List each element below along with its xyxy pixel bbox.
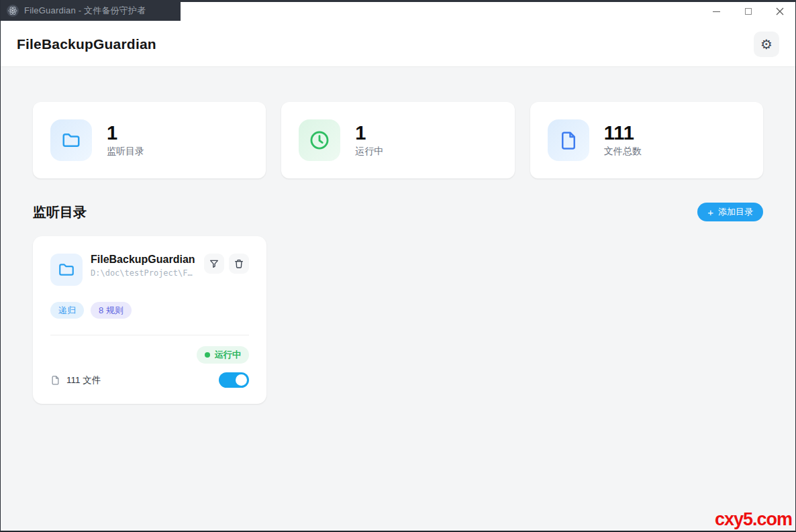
stat-text: 1 监听目录	[107, 123, 144, 157]
window-title: FileGuardian - 文件备份守护者	[24, 5, 146, 17]
stat-card-running: 1 运行中	[281, 102, 514, 178]
stat-card-watched-dirs: 1 监听目录	[33, 102, 266, 178]
stat-text: 111 文件总数	[604, 123, 642, 157]
status-row: 运行中	[50, 346, 249, 364]
file-count-label: 111 文件	[66, 374, 101, 386]
stat-value: 1	[107, 123, 144, 143]
settings-button[interactable]: ⚙	[754, 32, 779, 57]
filter-button[interactable]	[204, 254, 224, 274]
stats-row: 1 监听目录 1 运行中	[33, 102, 763, 178]
plus-icon: +	[707, 207, 713, 217]
toggle-knob	[236, 374, 247, 386]
stat-value: 111	[604, 123, 642, 143]
tag-recursive: 递归	[50, 302, 84, 319]
filter-icon	[209, 258, 219, 269]
file-count: 111 文件	[50, 374, 101, 386]
directory-path: D:\doc\testProject\F…	[91, 268, 193, 278]
add-directory-label: 添加目录	[718, 206, 753, 218]
watch-toggle[interactable]	[219, 372, 249, 388]
close-button[interactable]	[764, 2, 795, 21]
card-footer: 111 文件	[50, 372, 249, 388]
folder-icon	[50, 119, 92, 161]
add-directory-button[interactable]: + 添加目录	[697, 203, 763, 221]
section-header: 监听目录 + 添加目录	[33, 203, 763, 221]
stat-value: 1	[355, 123, 383, 143]
file-icon	[548, 119, 589, 161]
titlebar-brand: FileGuardian - 文件备份守护者	[1, 0, 181, 21]
stat-card-total-files: 111 文件总数	[530, 102, 763, 178]
delete-button[interactable]	[229, 254, 249, 274]
divider	[50, 335, 249, 335]
directory-card-head: FileBackupGuardian D:\doc\testProject\F…	[50, 254, 249, 286]
maximize-button[interactable]	[732, 2, 764, 21]
status-dot-icon	[205, 352, 210, 358]
page-title: FileBackupGuardian	[17, 36, 156, 52]
window-controls	[701, 2, 795, 21]
app-logo-icon	[7, 5, 19, 17]
directory-info: FileBackupGuardian D:\doc\testProject\F…	[91, 254, 195, 278]
maximize-icon	[745, 8, 752, 15]
main-content: 1 监听目录 1 运行中	[1, 67, 795, 404]
directory-card: FileBackupGuardian D:\doc\testProject\F…	[33, 236, 266, 404]
titlebar: FileGuardian - 文件备份守护者	[1, 0, 795, 21]
minimize-button[interactable]	[701, 2, 732, 21]
app-window: FileGuardian - 文件备份守护者 FileBackupGuardia…	[0, 0, 796, 532]
app-header: FileBackupGuardian ⚙	[1, 21, 795, 67]
watermark: cxy5.com	[715, 511, 792, 529]
stat-label: 运行中	[355, 146, 383, 158]
section-title: 监听目录	[33, 203, 87, 221]
minimize-icon	[713, 11, 720, 12]
trash-icon	[234, 258, 244, 269]
stat-label: 文件总数	[604, 146, 642, 158]
directory-actions	[204, 254, 249, 274]
directory-tags: 递归 8 规则	[50, 302, 249, 319]
document-icon	[50, 375, 60, 385]
status-badge: 运行中	[197, 346, 249, 364]
status-label: 运行中	[215, 349, 241, 361]
tag-rules: 8 规则	[91, 302, 132, 319]
stat-text: 1 运行中	[355, 123, 383, 157]
folder-icon	[50, 254, 83, 286]
gear-icon: ⚙	[760, 38, 773, 51]
close-icon	[776, 7, 784, 15]
directory-name: FileBackupGuardian	[91, 254, 195, 266]
stat-label: 监听目录	[107, 146, 144, 158]
clock-icon	[299, 119, 340, 161]
